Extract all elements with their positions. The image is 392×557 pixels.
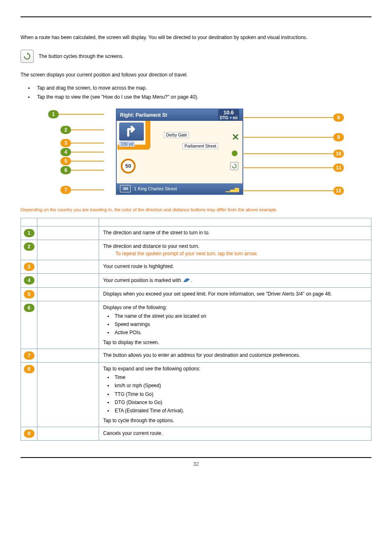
row-desc-cell: Tap to expand and see the following opti… (99, 362, 371, 427)
map-instruction-2b: (see "How do I use the Map Menu?" on pag… (90, 94, 198, 100)
description-table: 1 The direction and name of the street t… (21, 218, 371, 441)
callout-line (59, 114, 104, 115)
table-row: 9 Cancels your current route. (21, 427, 371, 440)
cycle-icon (21, 50, 34, 63)
row7-a: The (103, 352, 113, 358)
badge-6: 6 (60, 166, 71, 174)
row-badge: 4 (24, 276, 35, 284)
header-desc (99, 218, 371, 226)
row-desc-cell: Your current position is marked with . (99, 273, 371, 287)
table-row: 1 The direction and name of the street t… (21, 226, 371, 240)
callout-line (243, 137, 333, 138)
callout-line (243, 153, 333, 154)
figure-note: Depending on the country you are traveli… (21, 207, 371, 212)
map-top-title: Right: Parliament St (120, 112, 167, 118)
badge-11: 11 (333, 164, 344, 172)
badge-7: 7 (60, 186, 71, 194)
row-desc-cell: The direction and distance to your next … (99, 240, 371, 260)
row-desc-cell: The direction and name of the street to … (99, 226, 371, 240)
row-desc-cell: The button allows you to enter an addres… (99, 349, 371, 362)
callout-8: 8 (243, 113, 344, 122)
list-item: TTG (Time to Go) (103, 390, 367, 398)
table-header-row (21, 218, 371, 226)
row-desc-text: The direction and distance to your next … (103, 243, 199, 249)
callout-4: 4 (60, 148, 104, 156)
callout-3: 3 (60, 139, 104, 147)
row-badge: 9 (24, 430, 35, 438)
row-desc-b: . (191, 277, 192, 283)
row-desc-a: Your current position is marked with (103, 277, 182, 283)
map-dist-unit: DTG ▾ mi (220, 116, 238, 120)
row-num-cell: 9 (21, 427, 37, 440)
row8-outro: Tap to cycle through the options. (103, 418, 174, 423)
row-item-cell (37, 301, 99, 349)
row-badge: 5 (24, 290, 35, 298)
row-item-cell (37, 273, 99, 287)
row6-outro: Tap to display the screen. (103, 340, 159, 345)
row-desc-cell: Cancels your current route. (99, 427, 371, 440)
callout-7: 7 (60, 186, 104, 194)
map-figure: 1 2 3 4 5 6 7 Right: Parliament St 10.6 … (48, 109, 344, 203)
row-item-cell (37, 226, 99, 240)
intro-text-1a: When a route has been calculated, the (21, 35, 106, 40)
row-badge: 8 (24, 365, 35, 373)
callout-line (243, 167, 333, 168)
cycle-text-b: button cycles through the (48, 53, 105, 59)
row-num-cell: 6 (21, 301, 37, 349)
badge-8: 8 (333, 113, 344, 122)
row-desc-cell: Your current route is highlighted. (99, 260, 371, 273)
row-num-cell: 8 (21, 362, 37, 427)
row-item-cell (37, 349, 99, 362)
header-num (21, 218, 37, 226)
callout-line (243, 190, 333, 191)
list-item: km/h or mph (Speed) (103, 381, 367, 390)
row-note: To repeat the spoken prompt of your next… (115, 251, 367, 257)
badge-4: 4 (60, 148, 71, 156)
row6-outro-b: screen. (143, 340, 159, 345)
callout-12: 12 (243, 187, 344, 195)
position-dot (232, 150, 238, 156)
map-intro-a: The (21, 72, 30, 78)
list-item: DTG (Distance to Go) (103, 398, 367, 407)
badge-5: 5 (60, 157, 71, 165)
map-instruction-2: Tap the map to view the (see "How do I u… (25, 93, 371, 102)
callout-line (243, 117, 333, 118)
row-num-cell: 2 (21, 240, 37, 260)
cycle-text: The button cycles through the screens. (39, 53, 124, 59)
bottom-street: 1 King Charles Street (134, 186, 177, 191)
keyboard-icon: ⌨ (120, 185, 131, 192)
list-item: ETA (Estimated Time of Arrival). (103, 407, 367, 415)
label-parliament-street: Parliament Street (182, 143, 218, 149)
list-item: Speed warnings (103, 320, 367, 328)
row7-b: button allows you to enter an address fo… (113, 352, 300, 358)
row-badge: 6 (24, 304, 35, 312)
callout-9: 9 (243, 133, 344, 141)
cycle-map-icon (230, 162, 238, 170)
row-badge: 3 (24, 263, 35, 271)
badge-9: 9 (333, 133, 344, 141)
map-bottombar: ⌨ 1 King Charles Street ▁▃▅ (117, 183, 242, 194)
callout-10: 10 (243, 150, 344, 158)
map-figure-wrap: 1 2 3 4 5 6 7 Right: Parliament St 10.6 … (21, 109, 371, 203)
badge-10: 10 (333, 150, 344, 158)
row-num-cell: 3 (21, 260, 37, 273)
page-footer: 32 (21, 457, 371, 467)
speed-limit-sign: 50 (121, 159, 136, 173)
list-item: Active POIs. (103, 328, 367, 337)
map-instructions-list: Tap and drag the screen, to move across … (25, 84, 371, 102)
row-item-cell (37, 287, 99, 301)
dtg-chevron: ▾ (230, 116, 232, 120)
turn-distance: 230 yd (119, 141, 135, 147)
signal-icon: ▁▃▅ (226, 185, 239, 192)
callout-line (71, 170, 104, 171)
row6-list: The name of the street you are located o… (103, 312, 367, 337)
table-row: 3 Your current route is highlighted. (21, 260, 371, 273)
label-derby-gate: Derby Gate (164, 132, 189, 138)
row-badge: 2 (24, 243, 35, 251)
row-num-cell: 4 (21, 273, 37, 287)
map-instruction-1-text: Tap and drag the screen, to move across … (37, 85, 147, 91)
callout-1: 1 (48, 110, 104, 118)
badge-2: 2 (60, 126, 71, 134)
callout-line (71, 152, 104, 153)
table-row: 4 Your current position is marked with . (21, 273, 371, 287)
